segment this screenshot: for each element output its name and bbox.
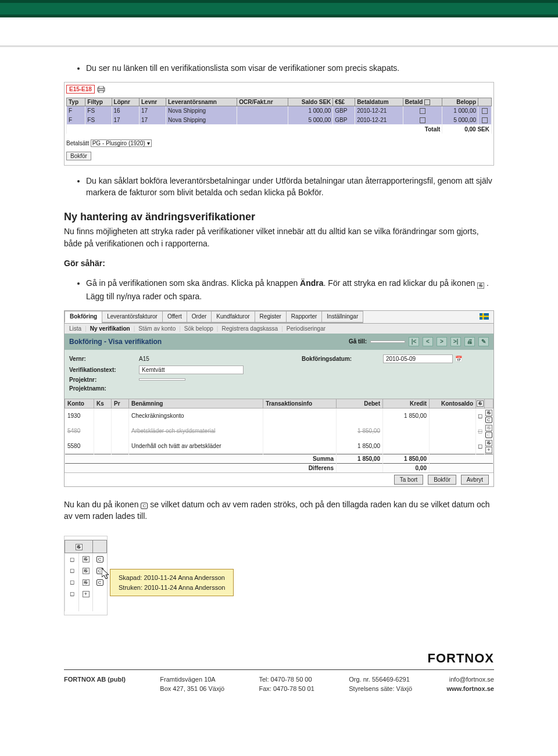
bokfor-button[interactable]: Bokför	[66, 152, 91, 160]
nav-next-icon[interactable]: >	[437, 337, 447, 346]
footer-address: Framtidsvägen 10ABox 427, 351 06 Växjö	[160, 675, 224, 694]
row-betald-checkbox[interactable]	[420, 117, 425, 123]
add-row-icon[interactable]: +	[485, 447, 492, 453]
subtab-periodiseringar[interactable]: Periodiseringar	[287, 325, 326, 332]
betalningar-table: Typ Filtyp Löpnr Levnr Leverantörsnamn O…	[66, 98, 492, 134]
tab-leverantorsfakturor[interactable]: Leverantörsfakturor	[102, 311, 163, 323]
tab-offert[interactable]: Offert	[162, 311, 187, 323]
bokdatum-input[interactable]: 2010-05-09	[383, 354, 453, 363]
subtab-ny-verifikation[interactable]: Ny verifikation	[90, 325, 130, 332]
tab-installningar[interactable]: Inställningar	[321, 311, 363, 323]
grid-row[interactable]: 5580 Underhåll och tvätt av arbetskläder…	[65, 439, 493, 454]
strike-icon[interactable]: S	[83, 556, 90, 562]
section-body: Nu finns möjligheten att stryka rader på…	[64, 225, 494, 249]
vertext-input[interactable]: Kemtvätt	[139, 366, 244, 374]
page-content: Du ser nu länken till en verifikationsli…	[0, 47, 558, 640]
info-c-icon[interactable]: C	[96, 556, 103, 562]
th-belopp: Belopp	[442, 98, 478, 106]
row-extra-checkbox[interactable]	[482, 108, 488, 114]
bullet-list-3: Gå in på verifikationen som ska ändras. …	[64, 277, 494, 302]
bokfor-button[interactable]: Bokför	[428, 475, 456, 485]
logo-row: FORTNOX	[64, 651, 494, 666]
tab-order[interactable]: Order	[187, 311, 212, 323]
note-icon[interactable]: ◻	[70, 579, 74, 585]
svg-rect-5	[480, 316, 489, 317]
info-c-icon[interactable]: C	[485, 417, 492, 423]
info-c-icon[interactable]: C	[96, 568, 103, 574]
footer-columns: FORTNOX AB (publ) Framtidsvägen 10ABox 4…	[64, 675, 494, 694]
subtab-lista[interactable]: Lista	[69, 325, 81, 332]
avbryt-button[interactable]: Avbryt	[461, 475, 489, 485]
vernr-value: A15	[139, 356, 255, 362]
print-icon[interactable]	[96, 86, 106, 94]
screenshot-betalningar: E15-E18 Typ Filtyp Löpnr Levnr Leverantö…	[64, 82, 494, 165]
table-row[interactable]: F FS 16 17 Nova Shipping 1 000,00 GBP 20…	[67, 106, 492, 116]
info-c-icon[interactable]: C	[96, 579, 103, 586]
info-c-icon[interactable]: C	[485, 432, 492, 438]
note-icon[interactable]: ◻	[478, 428, 482, 434]
strike-icon[interactable]: S	[485, 440, 492, 446]
betalsatt-select[interactable]: PG - Plusgiro (1920) ▾	[91, 139, 152, 147]
svg-rect-2	[99, 91, 103, 93]
note-icon[interactable]: ◻	[70, 590, 74, 597]
th-kontosaldo: Kontosaldo	[430, 399, 476, 408]
subtab-stam-av-konto[interactable]: Stäm av konto	[138, 325, 176, 332]
tooltip-struken: Struken: 2010-11-24 Anna Andersson	[119, 583, 225, 593]
new-icon[interactable]: ✎	[478, 337, 489, 346]
vernr-label: Vernr:	[69, 356, 139, 362]
print-icon[interactable]: 🖨	[464, 337, 475, 346]
th-pr: Pr	[112, 399, 129, 408]
grid-row-struck[interactable]: 5480 Arbetskläder och skyddsmaterial 1 8…	[65, 424, 493, 439]
th-levnamn: Leverantörsnamn	[166, 98, 237, 106]
grid-row[interactable]: 1930 Checkräkningskonto 1 850,00 ◻ S C	[65, 408, 493, 424]
row-extra-checkbox[interactable]	[482, 117, 488, 123]
th-kredit: Kredit	[383, 399, 430, 408]
verifikation-range-link[interactable]: E15-E18	[66, 85, 95, 94]
th-konto: Konto	[65, 399, 94, 408]
strike-icon[interactable]: S	[485, 425, 492, 431]
calendar-icon[interactable]: 📅	[455, 356, 462, 362]
svg-rect-1	[99, 86, 103, 88]
projnamn-label: Projektnamn:	[69, 385, 139, 392]
nav-prev-icon[interactable]: <	[423, 337, 433, 346]
tab-rapporter[interactable]: Rapporter	[286, 311, 322, 323]
subtab-registrera-dagskassa[interactable]: Registrera dagskassa	[221, 325, 278, 332]
sweden-flag-icon[interactable]	[475, 311, 493, 323]
section-title: Ny hantering av ändringsverifikationer	[64, 211, 494, 223]
projnr-input[interactable]	[139, 378, 185, 381]
note-icon[interactable]: ◻	[478, 443, 482, 449]
panel-titlebar: Bokföring - Visa verifikation Gå till: |…	[65, 334, 493, 350]
page-footer: FORTNOX FORTNOX AB (publ) Framtidsvägen …	[0, 640, 558, 711]
betald-master-checkbox[interactable]	[424, 99, 430, 105]
fortnox-logo: FORTNOX	[427, 651, 494, 665]
verifikation-grid: Konto Ks Pr Benämning Transaktionsinfo D…	[65, 399, 493, 472]
tooltip-skapad: Skapad: 2010-11-24 Anna Andersson	[119, 573, 225, 583]
info-c-icon: C	[141, 503, 148, 509]
row-betald-checkbox[interactable]	[420, 108, 425, 114]
strike-icon[interactable]: S	[83, 568, 90, 574]
grid-header-row: Konto Ks Pr Benämning Transaktionsinfo D…	[65, 399, 493, 408]
ga-till-input[interactable]	[370, 341, 405, 343]
note-icon[interactable]: ◻	[70, 556, 74, 562]
vertext-label: Verifikationstext:	[69, 367, 139, 373]
table-row[interactable]: F FS 17 17 Nova Shipping 5 000,00 GBP 20…	[67, 115, 492, 124]
tab-kundfakturor[interactable]: Kundfakturor	[211, 311, 255, 323]
tab-register[interactable]: Register	[255, 311, 287, 323]
strike-icon[interactable]: S	[485, 410, 492, 416]
betalsatt-label: Betalsätt	[66, 140, 89, 146]
footer-contact: info@fortnox.sewww.fortnox.se	[447, 675, 495, 694]
th-lopnr: Löpnr	[112, 98, 139, 106]
nav-first-icon[interactable]: |<	[409, 337, 419, 346]
verifikation-form: Vernr: A15 Bokföringsdatum: 2010-05-09 📅…	[65, 350, 493, 399]
th-actions	[485, 399, 493, 408]
note-icon[interactable]: ◻	[70, 567, 74, 574]
tab-bokforing[interactable]: Bokföring	[65, 311, 102, 323]
tabort-button[interactable]: Ta bort	[394, 475, 424, 485]
table-header-row: Typ Filtyp Löpnr Levnr Leverantörsnamn O…	[67, 98, 492, 106]
subtab-sok-belopp[interactable]: Sök belopp	[184, 325, 213, 332]
strike-icon[interactable]: S	[83, 579, 90, 586]
screenshot-tooltip: S ◻SC ◻SC ◻SC ◻+ Skapad: 2010-11-24 Anna…	[64, 536, 108, 615]
nav-last-icon[interactable]: >|	[450, 337, 461, 346]
add-row-icon[interactable]: +	[83, 591, 90, 597]
note-icon[interactable]: ◻	[478, 413, 482, 419]
